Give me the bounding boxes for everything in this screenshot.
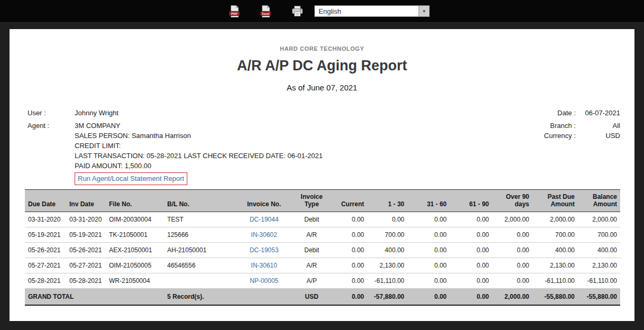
table-cell: 2,000.00 [578,212,620,227]
top-toolbar: PDF Excel English ▼ [0,0,644,23]
table-cell: AEX-21050001 [106,243,164,258]
table-cell: DC-19053 [233,243,295,258]
language-select-value: English [315,7,419,15]
table-cell: 05-26-2021 [25,243,66,258]
report-as-of-date: As of June 07, 2021 [10,83,634,92]
table-cell: A/P [295,273,328,289]
branch-value: All [576,121,620,131]
table-cell: 2,130.00 [532,258,578,273]
grand-total-past-due: -55,880.00 [532,289,578,306]
language-select[interactable]: English ▼ [314,5,430,17]
table-cell: 2,000.00 [492,212,532,227]
table-cell: OIM-21050005 [106,258,164,273]
invoice-number-link[interactable]: IN-30602 [251,231,277,239]
table-cell: 46546556 [164,258,233,273]
table-cell: 0.00 [450,258,492,273]
table-cell: AH-21050001 [164,243,233,258]
table-row: 05-27-202105-27-2021OIM-2105000546546556… [25,258,620,273]
table-cell: 0.00 [367,212,407,227]
credit-limit-line: CREDIT LIMIT: [75,141,121,151]
print-button[interactable] [292,6,303,17]
table-cell: 0.00 [407,243,450,258]
table-cell: -61,110.00 [367,273,407,289]
table-cell: 03-31-2020 [25,212,66,227]
table-cell: 0.00 [407,227,450,243]
run-statement-report-link[interactable]: Run Agent/Local Statement Report [75,172,187,185]
table-cell: 05-27-2021 [66,258,106,273]
col-header-1-30: 1 - 30 [367,190,407,212]
table-cell: TEST [164,212,233,227]
table-cell: 0.00 [328,243,367,258]
grand-total-balance: -55,880.00 [578,289,620,306]
table-cell: 0.00 [407,212,450,227]
table-cell [164,273,233,289]
table-cell: WR-21050004 [106,273,164,289]
grand-total-empty-cell [233,289,295,306]
excel-icon: Excel [260,5,271,17]
col-header-31-60: 31 - 60 [407,190,450,212]
grand-total-1-30: -57,880.00 [367,289,407,306]
table-cell: 400.00 [578,243,620,258]
table-cell: 05-28-2021 [66,273,106,289]
col-header-due-date: Due Date [25,190,66,212]
grand-total-over-90: 2,000.00 [492,289,532,306]
invoice-number-link[interactable]: NP-00005 [250,277,278,285]
table-cell: 700.00 [578,227,620,243]
grand-total-row: GRAND TOTAL 5 Record(s). USD 0.00 -57,88… [25,289,620,306]
table-cell: 700.00 [532,227,578,243]
table-cell: NP-00005 [233,273,295,289]
pdf-icon: PDF [229,5,240,17]
svg-text:PDF: PDF [231,12,238,15]
table-cell: Debit [295,243,328,258]
grand-total-currency: USD [295,289,328,306]
date-value: 06-07-2021 [576,108,620,118]
toolbar-group: PDF Excel English ▼ [229,0,430,22]
table-cell: TK-21050001 [106,227,164,243]
company-name: HARD CORE TECHNOLOGY [10,45,634,52]
report-page: HARD CORE TECHNOLOGY A/R A/P DC Aging Re… [10,29,634,321]
table-cell: 0.00 [407,258,450,273]
table-row: 03-31-202003-31-2020OIM-20030004TESTDC-1… [25,212,620,227]
table-cell: 0.00 [450,227,492,243]
table-cell: 05-19-2021 [66,227,106,243]
invoice-number-link[interactable]: IN-30610 [251,262,277,269]
col-header-past-due-amount: Past Due Amount [532,190,578,212]
svg-text:Excel: Excel [262,12,269,15]
table-body: 03-31-202003-31-2020OIM-20030004TESTDC-1… [25,212,620,289]
col-header-invoice-no: Invoice No. [233,190,295,212]
table-cell: 0.00 [492,258,532,273]
table-cell: 0.00 [328,212,367,227]
col-header-inv-date: Inv Date [66,190,106,212]
agent-value: 3M COMPANY [75,121,120,131]
table-cell: IN-30602 [233,227,295,243]
user-label: User : [28,108,75,118]
table-cell: 0.00 [492,227,532,243]
table-cell: 05-26-2021 [66,243,106,258]
table-cell: 0.00 [328,273,367,289]
table-row: 05-26-202105-26-2021AEX-21050001AH-21050… [25,243,620,258]
invoice-number-link[interactable]: DC-19053 [250,246,279,254]
col-header-current: Current [328,190,367,212]
col-header-over-90-days: Over 90 days [492,190,532,212]
table-cell: 03-31-2020 [66,212,106,227]
table-cell: -61,110.00 [532,273,578,289]
table-cell: 05-19-2021 [25,227,66,243]
table-cell: 2,130.00 [367,258,407,273]
col-header-invoice-type: Invoice Type [295,190,328,212]
info-right-block: Date : 06-07-2021 Branch : All Currency … [530,108,620,185]
table-cell: A/R [295,258,328,273]
export-excel-button[interactable]: Excel [260,5,271,17]
col-header-balance-amount: Balance Amount [578,190,620,212]
aging-report-table: Due Date Inv Date File No. B/L No. Invoi… [25,189,620,306]
table-cell: 125666 [164,227,233,243]
date-label: Date : [530,108,576,118]
col-header-bl-no: B/L No. [164,190,233,212]
export-pdf-button[interactable]: PDF [229,5,240,17]
table-cell: 0.00 [450,273,492,289]
last-transaction-line: LAST TRANSACTION: 05-28-2021 LAST CHECK … [75,151,323,161]
table-cell: 0.00 [450,243,492,258]
invoice-number-link[interactable]: DC-19044 [250,216,279,223]
table-cell: 700.00 [367,227,407,243]
table-cell: A/R [295,227,328,243]
sales-person-line: SALES PERSON: Samantha Harrison [75,131,191,141]
